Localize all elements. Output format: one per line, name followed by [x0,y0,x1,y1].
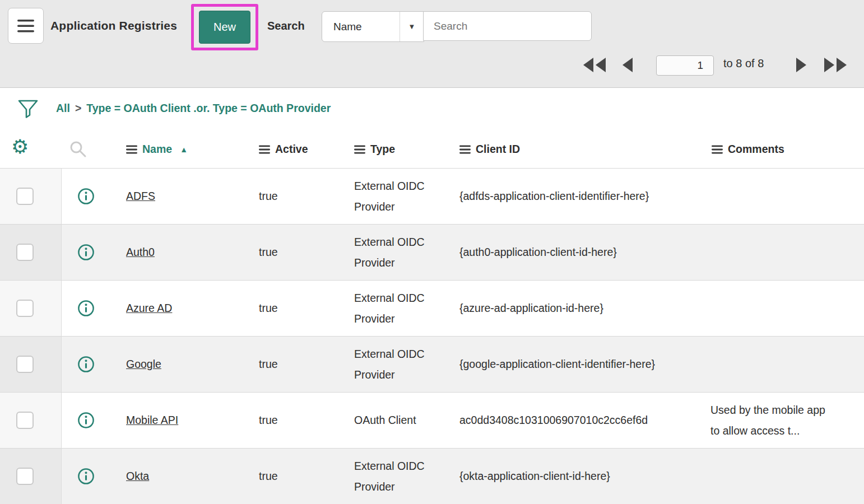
table-row: Azure AD true External OIDC Provider {az… [0,280,864,336]
row-checkbox[interactable] [16,356,34,373]
table-row: Okta true External OIDC Provider {okta-a… [0,448,864,504]
active-value: true [259,466,278,487]
row-checkbox[interactable] [16,468,34,485]
client-id-value: {okta-application-client-id-here} [459,466,610,487]
record-name-link[interactable]: Azure AD [126,302,172,315]
list-column-header: ⚙ Name ▲ Active Type [0,130,864,168]
chevron-down-icon: ▼ [400,12,424,41]
page-number-input[interactable] [656,55,714,76]
menu-button[interactable] [8,8,44,44]
row-checkbox[interactable] [16,300,34,317]
next-page-button[interactable] [795,57,809,73]
previous-page-icon [620,57,634,73]
info-icon [77,356,95,373]
active-value: true [259,354,278,375]
client-id-value: {adfds-application-client-identifier-her… [459,186,649,207]
search-label: Search [267,20,305,32]
gear-icon[interactable]: ⚙ [11,137,29,157]
type-value: External OIDC Provider [354,456,456,497]
info-icon [77,188,95,205]
client-id-value: {google-application-client-identifier-he… [459,354,655,375]
search-icon[interactable] [68,139,87,158]
record-name-link[interactable]: Okta [126,470,149,483]
column-header-comments[interactable]: Comments [712,130,784,168]
column-label-comments: Comments [728,143,784,156]
record-name-link[interactable]: ADFS [126,190,155,203]
breadcrumb-all-link[interactable]: All [56,102,70,114]
filter-breadcrumb-row: All>Type = OAuth Client .or. Type = OAut… [0,88,864,130]
info-cell [62,449,110,504]
column-menu-icon [459,145,471,154]
record-preview-button[interactable] [77,356,95,373]
record-name-link[interactable]: Auth0 [126,246,155,259]
pagination-range-label: to 8 of 8 [723,57,764,70]
column-label-type: Type [370,143,395,156]
first-page-button[interactable] [581,57,607,73]
row-checkbox[interactable] [16,188,34,205]
row-select-column [0,225,62,280]
column-header-active[interactable]: Active [259,130,308,168]
record-list: ADFS true External OIDC Provider {adfds-… [0,168,864,504]
last-page-button[interactable] [823,57,849,73]
table-row: Mobile API true OAuth Client ac0dd3408c1… [0,392,864,448]
record-preview-button[interactable] [77,300,95,317]
column-label-client-id: Client ID [476,143,520,156]
column-header-name[interactable]: Name ▲ [126,130,188,168]
client-id-value: {azure-ad-application-id-here} [459,298,603,319]
type-value: External OIDC Provider [354,176,456,217]
record-preview-button[interactable] [77,468,95,485]
row-checkbox[interactable] [16,244,34,261]
comments-value: Used by the mobile app to allow access t… [710,400,831,441]
info-cell [62,281,110,336]
next-page-icon [795,57,809,73]
skip-to-last-icon [823,57,849,73]
row-select-column [0,393,62,448]
info-icon [77,468,95,485]
skip-to-first-icon [581,57,607,73]
row-select-column [0,169,62,224]
column-header-client-id[interactable]: Client ID [459,130,520,168]
record-name-link[interactable]: Mobile API [126,414,178,427]
previous-page-button[interactable] [620,57,634,73]
hamburger-icon [17,19,34,33]
search-input[interactable] [423,11,592,41]
row-select-column [0,449,62,504]
info-cell [62,169,110,224]
column-label-name: Name [142,143,172,156]
table-row: ADFS true External OIDC Provider {adfds-… [0,168,864,224]
column-header-type[interactable]: Type [354,130,395,168]
column-menu-icon [259,145,270,154]
info-cell [62,393,110,448]
breadcrumb-separator: > [75,102,81,114]
type-value: External OIDC Provider [354,288,456,329]
record-preview-button[interactable] [77,244,95,261]
record-name-link[interactable]: Google [126,358,161,371]
type-value: External OIDC Provider [354,344,456,385]
record-preview-button[interactable] [77,188,95,205]
breadcrumb: All>Type = OAuth Client .or. Type = OAut… [56,102,331,115]
search-column-selected-value: Name [322,21,400,33]
active-value: true [259,298,278,319]
breadcrumb-condition-link[interactable]: Type = OAuth Client .or. Type = OAuth Pr… [86,102,331,114]
info-icon [77,412,95,429]
row-select-column [0,281,62,336]
info-cell [62,225,110,280]
top-header: Application Registries New Search Name ▼… [0,0,864,88]
type-value: External OIDC Provider [354,232,456,273]
search-column-select[interactable]: Name ▼ [322,11,424,42]
row-select-column [0,337,62,392]
sort-ascending-icon: ▲ [180,145,188,154]
annotation-highlight-box: New [191,4,258,50]
table-row: Google true External OIDC Provider {goog… [0,336,864,392]
info-cell [62,337,110,392]
table-row: Auth0 true External OIDC Provider {auth0… [0,224,864,280]
info-icon [77,300,95,317]
filter-funnel-icon[interactable] [17,98,39,120]
column-menu-icon [126,145,137,154]
column-label-active: Active [275,143,308,156]
new-button[interactable]: New [199,11,250,44]
active-value: true [259,242,278,263]
client-id-value: {auth0-application-client-id-here} [459,242,617,263]
record-preview-button[interactable] [77,412,95,429]
row-checkbox[interactable] [16,412,34,429]
